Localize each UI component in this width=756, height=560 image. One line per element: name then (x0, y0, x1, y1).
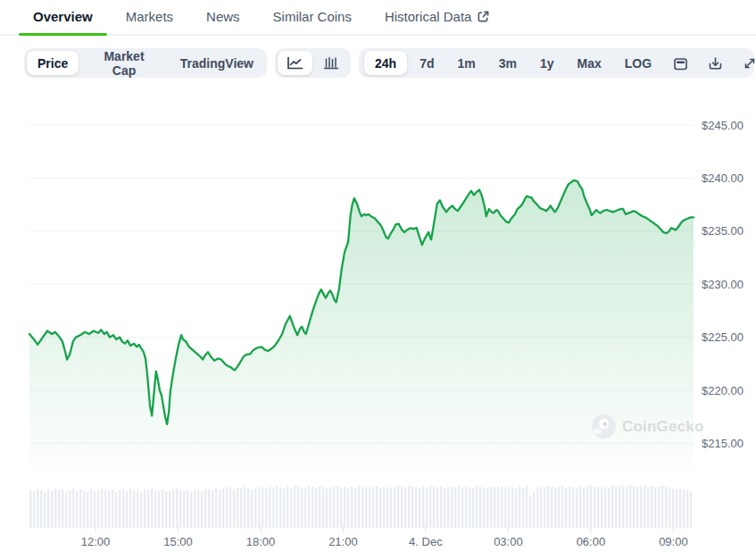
tab-news[interactable]: News (192, 0, 254, 34)
svg-text:4. Dec: 4. Dec (409, 535, 443, 548)
range-1y-button[interactable]: 1y (529, 51, 565, 75)
line-chart-icon (287, 56, 303, 70)
tab-similar-coins[interactable]: Similar Coins (259, 0, 366, 34)
svg-text:$215.00: $215.00 (702, 437, 744, 450)
tab-label: Similar Coins (273, 9, 352, 24)
chart-toolbar: Price Market Cap TradingView 24h 7d 1m (24, 48, 754, 78)
svg-text:$240.00: $240.00 (702, 171, 744, 185)
coin-chart-page: Overview Markets News Similar Coins Hist… (0, 0, 756, 560)
button-label: 1y (540, 56, 554, 71)
candlestick-chart-type-button[interactable] (314, 51, 348, 75)
svg-text:21:00: 21:00 (328, 535, 358, 548)
tradingview-metric-button[interactable]: TradingView (170, 51, 264, 75)
svg-text:$245.00: $245.00 (702, 119, 744, 132)
price-chart-svg: $245.00$240.00$235.00$230.00$225.00$220.… (0, 108, 756, 559)
svg-text:06:00: 06:00 (577, 535, 606, 548)
svg-text:18:00: 18:00 (246, 535, 276, 548)
tab-historical-data[interactable]: Historical Data (370, 0, 505, 34)
svg-text:09:00: 09:00 (659, 535, 688, 548)
price-metric-button[interactable]: Price (27, 51, 79, 75)
svg-text:12:00: 12:00 (81, 535, 111, 548)
chart-plot-area[interactable] (29, 112, 694, 528)
fullscreen-button[interactable] (734, 51, 756, 75)
svg-text:$220.00: $220.00 (702, 384, 744, 397)
button-label: 24h (375, 56, 396, 71)
y-axis-labels: $245.00$240.00$235.00$230.00$225.00$220.… (702, 119, 744, 450)
range-1m-button[interactable]: 1m (446, 51, 486, 75)
range-toolbar: 24h 7d 1m 3m 1y Max LOG (359, 48, 754, 78)
x-axis-labels: 12:0015:0018:0021:004. Dec03:0006:0009:0… (81, 535, 688, 548)
svg-text:$225.00: $225.00 (702, 330, 744, 344)
button-label: 7d (420, 56, 434, 71)
tab-markets[interactable]: Markets (112, 0, 187, 34)
candlestick-chart-icon (323, 56, 339, 70)
expand-icon (743, 56, 756, 71)
button-label: 1m (457, 56, 475, 71)
date-range-button[interactable] (664, 51, 697, 75)
svg-text:15:00: 15:00 (163, 535, 193, 548)
price-chart: $245.00$240.00$235.00$230.00$225.00$220.… (0, 108, 756, 559)
tab-label: Overview (33, 9, 93, 24)
range-7d-button[interactable]: 7d (409, 51, 444, 75)
download-chart-button[interactable] (699, 51, 732, 75)
external-link-icon (477, 10, 490, 23)
tab-bar: Overview Markets News Similar Coins Hist… (0, 0, 756, 36)
button-label: Max (577, 56, 602, 71)
svg-text:$235.00: $235.00 (702, 224, 744, 238)
tab-label: Markets (126, 9, 173, 24)
button-label: Market Cap (91, 49, 157, 78)
download-icon (708, 56, 723, 71)
button-label: 3m (499, 56, 517, 71)
market-cap-metric-button[interactable]: Market Cap (80, 51, 168, 75)
calendar-icon (673, 56, 688, 71)
line-chart-type-button[interactable] (278, 51, 312, 75)
range-3m-button[interactable]: 3m (488, 51, 528, 75)
range-24h-button[interactable]: 24h (364, 51, 407, 75)
range-max-button[interactable]: Max (567, 51, 612, 75)
tab-label: News (206, 9, 240, 24)
button-label: Price (37, 56, 68, 71)
tab-label: Historical Data (385, 9, 472, 24)
metric-toggle: Price Market Cap TradingView (24, 48, 267, 78)
button-label: LOG (625, 56, 652, 71)
svg-text:03:00: 03:00 (494, 535, 523, 548)
log-scale-button[interactable]: LOG (614, 51, 662, 75)
tab-overview[interactable]: Overview (19, 0, 107, 34)
chart-type-toggle (275, 48, 351, 78)
button-label: TradingView (180, 56, 253, 71)
svg-text:$230.00: $230.00 (702, 278, 744, 291)
